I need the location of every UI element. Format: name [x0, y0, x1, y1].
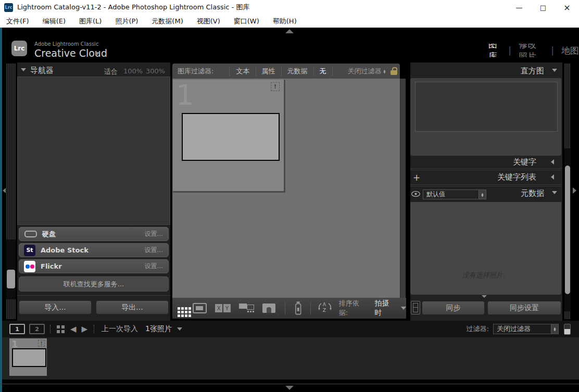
- add-keyword-icon[interactable]: +: [413, 172, 420, 183]
- module-library[interactable]: 图库: [488, 44, 501, 57]
- module-develop[interactable]: 修改照片: [519, 44, 544, 57]
- left-scrollbar-track[interactable]: [6, 64, 16, 239]
- grid-cell[interactable]: 1 !: [173, 80, 285, 193]
- grid-scrollbar-track[interactable]: [400, 79, 406, 298]
- navigator-zoom100-option[interactable]: 100%: [123, 67, 143, 75]
- filter-tab-text[interactable]: 文本: [236, 67, 249, 76]
- bottom-panel-toggle-icon[interactable]: [285, 386, 294, 390]
- navigator-collapse-icon[interactable]: [21, 68, 26, 71]
- menu-window[interactable]: 窗口(W): [234, 17, 259, 26]
- menu-help[interactable]: 帮助(H): [273, 17, 297, 26]
- auto-sync-toggle[interactable]: [411, 301, 420, 314]
- filter-preset-dropdown[interactable]: 关闭过滤器: [347, 67, 381, 76]
- filmstrip-filter-toggle-icon[interactable]: [564, 324, 571, 335]
- module-map[interactable]: 地图: [561, 45, 579, 57]
- histogram-collapse-icon[interactable]: [552, 69, 557, 72]
- divider: [410, 184, 561, 185]
- metadata-preset-dropdown[interactable]: 默认值 ▲▼: [423, 189, 486, 199]
- right-scrollbar-track[interactable]: [564, 64, 571, 148]
- people-view-icon[interactable]: [262, 304, 275, 313]
- filmstrip-source[interactable]: 上一次导入: [102, 324, 138, 334]
- find-more-services-label: 联机查找更多服务...: [64, 280, 124, 289]
- filmstrip-photo-thumbnail[interactable]: [12, 348, 46, 367]
- grid-cell-index: 1: [176, 79, 194, 111]
- keyword-list-expand-icon[interactable]: [551, 174, 554, 180]
- sort-direction-icon[interactable]: A Z: [317, 302, 333, 314]
- photo-thumbnail[interactable]: [182, 113, 280, 161]
- left-scrollbar-thumb[interactable]: [7, 270, 15, 288]
- filter-tab-attribute[interactable]: 属性: [261, 67, 275, 76]
- forward-arrow-icon[interactable]: ▶: [82, 324, 88, 334]
- navigator-title[interactable]: 导航器: [30, 66, 54, 75]
- metadata-warning-badge[interactable]: !: [271, 82, 280, 91]
- metadata-preset-spinner-icon[interactable]: ▲▼: [479, 190, 486, 199]
- loupe-view-icon[interactable]: [193, 303, 207, 313]
- menu-metadata[interactable]: 元数据(M): [152, 17, 183, 26]
- grid-view-icon[interactable]: [178, 307, 180, 310]
- main-window-icon[interactable]: 1: [9, 324, 25, 334]
- navigator-zoom300-option[interactable]: 300%: [146, 67, 165, 75]
- publish-service-settings[interactable]: 设置...: [145, 262, 163, 271]
- top-panel-toggle-icon[interactable]: [285, 29, 294, 33]
- metadata-title[interactable]: 元数据: [521, 188, 544, 198]
- filmstrip-filter-spinner-icon[interactable]: ▲▼: [551, 324, 558, 334]
- compare-view-icon[interactable]: X Y: [215, 304, 231, 312]
- filmstrip-filter-dropdown[interactable]: 关闭过滤器 ▲▼: [493, 324, 559, 334]
- sort-by-dropdown-icon[interactable]: [401, 307, 406, 310]
- menu-edit[interactable]: 编辑(E): [43, 17, 66, 26]
- grid-view-shortcut-icon[interactable]: [57, 325, 60, 328]
- divider: [94, 325, 94, 333]
- filmstrip-cell[interactable]: 1 !: [9, 338, 47, 376]
- metadata-warning-badge[interactable]: !: [38, 340, 45, 347]
- import-button[interactable]: 导入...: [19, 300, 92, 314]
- module-divider: |: [508, 45, 511, 56]
- second-window-icon[interactable]: 2: [29, 324, 45, 334]
- close-button[interactable]: ×: [555, 0, 579, 15]
- keyword-list-title[interactable]: 关键字列表: [497, 172, 536, 182]
- right-scrollbar-track[interactable]: [564, 311, 571, 319]
- keywording-title[interactable]: 关键字: [513, 157, 536, 167]
- filter-tab-metadata[interactable]: 元数据: [287, 67, 307, 76]
- publish-service-flickr[interactable]: Flickr 设置...: [19, 259, 169, 273]
- metadata-collapse-icon[interactable]: [552, 191, 557, 194]
- survey-view-icon[interactable]: [239, 304, 254, 313]
- minimize-button[interactable]: —: [507, 0, 531, 15]
- menu-view[interactable]: 视图(V): [197, 17, 220, 26]
- histogram-title[interactable]: 直方图: [521, 66, 544, 76]
- right-panel-toggle-icon[interactable]: [573, 187, 576, 194]
- publish-service-settings[interactable]: 设置...: [145, 246, 163, 255]
- sync-settings-button[interactable]: 同步设置: [487, 301, 561, 315]
- divider: [410, 168, 561, 169]
- back-arrow-icon[interactable]: ◀: [70, 324, 77, 334]
- publish-service-hard-drive[interactable]: 硬盘 设置...: [19, 227, 169, 241]
- identity-dropdown-icon[interactable]: [95, 52, 100, 55]
- warning-glyph: !: [274, 83, 276, 90]
- painter-spray-icon[interactable]: [294, 301, 303, 315]
- menu-library[interactable]: 图库(L): [79, 17, 102, 26]
- divider: [310, 302, 311, 314]
- find-more-services-button[interactable]: 联机查找更多服务...: [19, 276, 169, 292]
- filter-tab-none[interactable]: 无: [319, 67, 326, 76]
- metadata-view-eye-icon[interactable]: [411, 191, 420, 197]
- menu-photo[interactable]: 照片(P): [115, 17, 138, 26]
- sort-by-value[interactable]: 拍摄时: [374, 299, 396, 318]
- maximize-button[interactable]: □: [531, 0, 555, 15]
- filter-preset-spinner-icon[interactable]: ▲▼: [383, 69, 385, 73]
- publish-service-settings[interactable]: 设置...: [145, 230, 163, 238]
- filmstrip-source-dropdown-icon[interactable]: [177, 327, 182, 331]
- hard-drive-icon: [24, 231, 37, 237]
- divider: [50, 325, 51, 333]
- export-button[interactable]: 导出...: [96, 300, 169, 314]
- navigator-fit-option[interactable]: 适合: [104, 67, 118, 77]
- histogram-plot[interactable]: [415, 82, 558, 132]
- sync-button[interactable]: 同步: [422, 301, 485, 315]
- filter-lock-icon[interactable]: [391, 67, 397, 75]
- metadata-resize-icon[interactable]: [482, 295, 487, 298]
- left-scrollbar-track[interactable]: [6, 299, 16, 319]
- filmstrip-bar: 1 2 ◀ ▶ 上一次导入 1张照片 过滤器: 关闭过滤器 ▲▼: [2, 321, 579, 337]
- keywording-expand-icon[interactable]: [551, 159, 554, 165]
- right-scrollbar-thumb[interactable]: [565, 166, 570, 294]
- menu-file[interactable]: 文件(F): [6, 17, 29, 26]
- left-panel-toggle-icon[interactable]: [3, 188, 6, 193]
- publish-service-adobe-stock[interactable]: St Adobe Stock 设置...: [19, 243, 169, 257]
